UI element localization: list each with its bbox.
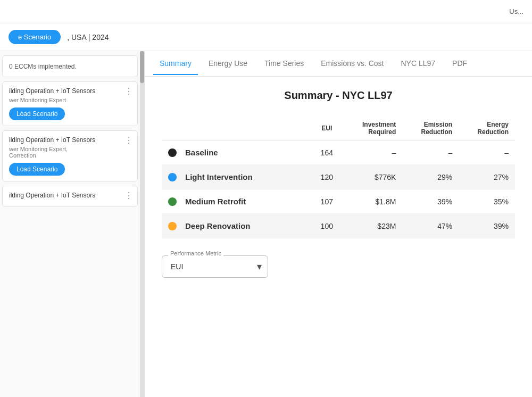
row-dot-1 bbox=[168, 173, 177, 181]
sidebar: 0 ECCMs implemented. ⋮ ilding Operation … bbox=[0, 51, 145, 397]
performance-metric-dropdown-wrapper: Performance Metric EUIEnergy UseEmission… bbox=[162, 255, 268, 278]
row-name-cell: Medium Retrofit bbox=[162, 189, 311, 214]
scenario-sub-1: wer Monitoring Expert bbox=[9, 97, 131, 103]
row-name-cell: Baseline bbox=[162, 140, 311, 165]
location-text: , USA | 2024 bbox=[67, 33, 109, 42]
row-name-cell: Deep Renovation bbox=[162, 214, 311, 238]
sidebar-card-1: ⋮ ilding Operation + IoT Sensors wer Mon… bbox=[2, 81, 138, 126]
load-scenario-button-1[interactable]: Load Scenario bbox=[9, 107, 65, 120]
row-name-cell: Light Intervention bbox=[162, 165, 311, 189]
summary-table: EUI InvestmentRequired EmissionReduction… bbox=[162, 117, 515, 238]
row-eui-0: 164 bbox=[311, 140, 343, 165]
top-bar: Us... bbox=[0, 0, 532, 23]
scenario-button[interactable]: e Scenario bbox=[9, 30, 61, 44]
tab-time-series[interactable]: Time Series bbox=[258, 53, 310, 75]
menu-dots-icon-2[interactable]: ⋮ bbox=[124, 135, 133, 145]
row-dot-0 bbox=[168, 148, 177, 157]
scenario-label-2: ilding Operation + IoT Sensors bbox=[9, 136, 131, 144]
sidebar-card-info: 0 ECCMs implemented. bbox=[2, 55, 138, 77]
scenario-sub-2: wer Monitoring Expert,Correction bbox=[9, 146, 131, 159]
location-bar: e Scenario , USA | 2024 bbox=[0, 23, 532, 51]
performance-metric-select[interactable]: EUIEnergy UseEmissionsCost bbox=[162, 255, 268, 278]
tab-pdf[interactable]: PDF bbox=[446, 53, 473, 75]
content-area: Summary - NYC LL97 EUI InvestmentRequire… bbox=[145, 77, 532, 397]
table-row: Baseline 164 – – – bbox=[162, 140, 515, 165]
menu-dots-icon-1[interactable]: ⋮ bbox=[124, 86, 133, 96]
row-dot-3 bbox=[168, 222, 177, 230]
menu-dots-icon-3[interactable]: ⋮ bbox=[124, 191, 133, 201]
row-energy-1: 27% bbox=[459, 165, 515, 189]
tab-emissions-cost[interactable]: Emissions vs. Cost bbox=[314, 53, 390, 75]
row-investment-2: $1.8M bbox=[343, 189, 403, 214]
tab-energy-use[interactable]: Energy Use bbox=[202, 53, 254, 75]
user-label: Us... bbox=[509, 7, 523, 15]
col-header-name bbox=[162, 117, 311, 140]
row-emission-3: 47% bbox=[402, 214, 459, 238]
row-energy-0: – bbox=[459, 140, 515, 165]
row-energy-2: 35% bbox=[459, 189, 515, 214]
row-emission-1: 29% bbox=[402, 165, 459, 189]
col-header-emission-reduction: EmissionReduction bbox=[402, 117, 459, 140]
row-name-2: Medium Retrofit bbox=[185, 197, 246, 206]
row-emission-0: – bbox=[402, 140, 459, 165]
row-investment-3: $23M bbox=[343, 214, 403, 238]
row-name-1: Light Intervention bbox=[185, 172, 253, 181]
table-row: Deep Renovation 100 $23M 47% 39% bbox=[162, 214, 515, 238]
row-dot-2 bbox=[168, 197, 177, 206]
tab-summary[interactable]: Summary bbox=[153, 53, 198, 75]
row-name-0: Baseline bbox=[185, 148, 218, 157]
col-header-eui: EUI bbox=[311, 117, 343, 140]
scenario-label-3: ilding Operation + IoT Sensors bbox=[9, 192, 131, 199]
scenario-label-1: ilding Operation + IoT Sensors bbox=[9, 87, 131, 95]
row-emission-2: 39% bbox=[402, 189, 459, 214]
tab-nyc-ll97[interactable]: NYC LL97 bbox=[394, 53, 442, 75]
table-row: Light Intervention 120 $776K 29% 27% bbox=[162, 165, 515, 189]
col-header-energy-reduction: EnergyReduction bbox=[459, 117, 515, 140]
section-title: Summary - NYC LL97 bbox=[162, 89, 515, 102]
scrollbar-thumb[interactable] bbox=[140, 51, 144, 83]
row-energy-3: 39% bbox=[459, 214, 515, 238]
sidebar-card-3: ⋮ ilding Operation + IoT Sensors bbox=[2, 186, 138, 207]
dropdown-label: Performance Metric bbox=[168, 250, 223, 257]
main-content: Summary Energy Use Time Series Emissions… bbox=[145, 51, 532, 397]
col-header-investment: InvestmentRequired bbox=[343, 117, 403, 140]
sidebar-scrollbar[interactable] bbox=[140, 51, 144, 397]
sidebar-card-2: ⋮ ilding Operation + IoT Sensors wer Mon… bbox=[2, 130, 138, 181]
table-row: Medium Retrofit 107 $1.8M 39% 35% bbox=[162, 189, 515, 214]
row-investment-1: $776K bbox=[343, 165, 403, 189]
row-name-3: Deep Renovation bbox=[185, 221, 251, 230]
row-eui-3: 100 bbox=[311, 214, 343, 238]
sidebar-info-text: 0 ECCMs implemented. bbox=[9, 63, 77, 70]
row-investment-0: – bbox=[343, 140, 403, 165]
load-scenario-button-2[interactable]: Load Scenario bbox=[9, 163, 65, 176]
tab-bar: Summary Energy Use Time Series Emissions… bbox=[145, 51, 532, 77]
row-eui-1: 120 bbox=[311, 165, 343, 189]
row-eui-2: 107 bbox=[311, 189, 343, 214]
